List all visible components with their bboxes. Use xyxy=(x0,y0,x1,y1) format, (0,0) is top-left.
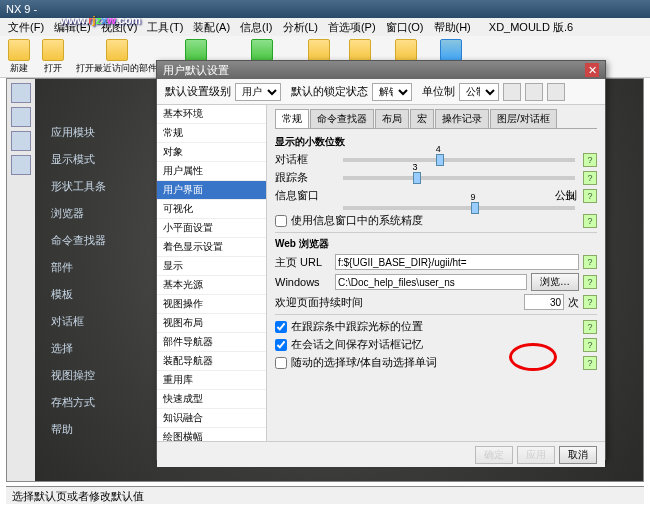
help-icon[interactable]: ? xyxy=(583,189,597,203)
help-icon[interactable]: ? xyxy=(583,171,597,185)
rail-icon[interactable] xyxy=(11,83,31,103)
checkbox[interactable] xyxy=(275,357,287,369)
tree-item[interactable]: 用户属性 xyxy=(157,162,266,181)
lock-select[interactable]: 解锁 xyxy=(372,83,412,101)
ok-button[interactable]: 确定 xyxy=(475,446,513,464)
tree-item[interactable]: 快速成型 xyxy=(157,390,266,409)
sidebar-item[interactable]: 浏览器 xyxy=(47,200,110,227)
dialog-titlebar[interactable]: 用户默认设置 ✕ xyxy=(157,61,605,79)
tree-item[interactable]: 绘图横幅 xyxy=(157,428,266,441)
sidebar-item[interactable]: 对话框 xyxy=(47,308,110,335)
tree-item[interactable]: 可视化 xyxy=(157,200,266,219)
menu-item[interactable]: 工具(T) xyxy=(143,20,187,34)
checkbox-autosel: 随动的选择球/体自动选择单词? xyxy=(275,355,597,370)
tree-item[interactable]: 着色显示设置 xyxy=(157,238,266,257)
menu-item[interactable]: 装配(A) xyxy=(189,20,234,34)
dialog-tree[interactable]: 基本环境常规对象用户属性用户界面可视化小平面设置着色显示设置显示基本光源视图操作… xyxy=(157,105,267,441)
sidebar-item[interactable]: 显示模式 xyxy=(47,146,110,173)
browser-win-row: Windows浏览…? xyxy=(275,273,597,291)
apply-button[interactable]: 应用 xyxy=(517,446,555,464)
tree-item[interactable]: 对象 xyxy=(157,143,266,162)
checkbox[interactable] xyxy=(275,321,287,333)
tab[interactable]: 图层/对话框 xyxy=(490,109,557,128)
tree-item[interactable]: 视图操作 xyxy=(157,295,266,314)
help-icon[interactable]: ? xyxy=(583,356,597,370)
sidebar-item[interactable]: 视图操控 xyxy=(47,362,110,389)
help-icon[interactable]: ? xyxy=(583,275,597,289)
tree-item[interactable]: 视图布局 xyxy=(157,314,266,333)
help-icon[interactable]: ? xyxy=(583,295,597,309)
browse-button[interactable]: 浏览… xyxy=(531,273,579,291)
dialog-footer: 确定 应用 取消 xyxy=(157,441,605,467)
menu-item[interactable]: 窗口(O) xyxy=(382,20,428,34)
tree-item[interactable]: 装配导航器 xyxy=(157,352,266,371)
checkbox[interactable] xyxy=(275,215,287,227)
tree-item[interactable]: 常规 xyxy=(157,124,266,143)
cmd-icon xyxy=(349,39,371,61)
slider[interactable]: 914 xyxy=(343,206,575,210)
windows-path-input[interactable] xyxy=(335,274,527,290)
group-browser: Web 浏览器 xyxy=(275,237,597,251)
sidebar-item[interactable]: 帮助 xyxy=(47,416,110,443)
help-icon[interactable]: ? xyxy=(583,214,597,228)
dialog-body: 基本环境常规对象用户属性用户界面可视化小平面设置着色显示设置显示基本光源视图操作… xyxy=(157,105,605,441)
tree-item[interactable]: 知识融合 xyxy=(157,409,266,428)
tree-item[interactable]: 重用库 xyxy=(157,371,266,390)
menu-item[interactable]: 首选项(P) xyxy=(324,20,380,34)
menu-item[interactable]: XD_MOULD 版.6 xyxy=(485,20,577,34)
help-icon[interactable]: ? xyxy=(583,338,597,352)
tab[interactable]: 常规 xyxy=(275,109,309,128)
sidebar-item[interactable]: 部件 xyxy=(47,254,110,281)
level-select[interactable]: 用户 xyxy=(235,83,281,101)
tree-item[interactable]: 部件导航器 xyxy=(157,333,266,352)
tab[interactable]: 宏 xyxy=(410,109,434,128)
tab[interactable]: 操作记录 xyxy=(435,109,489,128)
tab[interactable]: 布局 xyxy=(375,109,409,128)
status-text: 选择默认页或者修改默认值 xyxy=(12,490,144,502)
tree-item[interactable]: 基本环境 xyxy=(157,105,266,124)
cancel-button[interactable]: 取消 xyxy=(559,446,597,464)
tree-item[interactable]: 用户界面 xyxy=(157,181,266,200)
watermark: www.rjzxw.com xyxy=(60,8,141,29)
tree-item[interactable]: 显示 xyxy=(157,257,266,276)
slider[interactable]: 4 xyxy=(343,158,575,162)
tool-button[interactable] xyxy=(503,83,521,101)
tool-button[interactable] xyxy=(525,83,543,101)
sidebar-item[interactable]: 形状工具条 xyxy=(47,173,110,200)
rail-icon[interactable] xyxy=(11,155,31,175)
checkbox-precision: 使用信息窗口中的系统精度? xyxy=(275,213,597,228)
help-icon[interactable]: ? xyxy=(583,320,597,334)
menu-item[interactable]: 帮助(H) xyxy=(430,20,475,34)
tool-button[interactable] xyxy=(547,83,565,101)
sidebar-item[interactable]: 应用模块 xyxy=(47,119,110,146)
tree-item[interactable]: 小平面设置 xyxy=(157,219,266,238)
menu-item[interactable]: 分析(L) xyxy=(279,20,322,34)
slider[interactable]: 3 xyxy=(343,176,575,180)
help-icon[interactable]: ? xyxy=(583,153,597,167)
sidebar-item[interactable]: 命令查找器 xyxy=(47,227,110,254)
dialog-title: 用户默认设置 xyxy=(163,63,229,78)
home-url-input[interactable] xyxy=(335,254,579,270)
sidebar-item[interactable]: 选择 xyxy=(47,335,110,362)
unit-label: 单位制 xyxy=(422,84,455,99)
close-icon[interactable]: ✕ xyxy=(585,63,599,77)
history-input[interactable] xyxy=(524,294,564,310)
sidebar-item[interactable]: 模板 xyxy=(47,281,110,308)
tb-recent[interactable]: 打开最近访问的部件 xyxy=(72,37,161,77)
tree-item[interactable]: 基本光源 xyxy=(157,276,266,295)
menu-item[interactable]: 信息(I) xyxy=(236,20,276,34)
app-title: NX 9 - xyxy=(6,3,37,15)
decimals-row-info: 信息窗口公制? xyxy=(275,188,597,203)
browser-hist-row: 欢迎页面持续时间次? xyxy=(275,294,597,310)
sidebar-item[interactable]: 存档方式 xyxy=(47,389,110,416)
tab[interactable]: 命令查找器 xyxy=(310,109,374,128)
menu-item[interactable]: 文件(F) xyxy=(4,20,48,34)
find-icon xyxy=(395,39,417,61)
unit-select[interactable]: 公制 xyxy=(459,83,499,101)
tb-open[interactable]: 打开 xyxy=(38,37,68,77)
rail-icon[interactable] xyxy=(11,107,31,127)
rail-icon[interactable] xyxy=(11,131,31,151)
help-icon[interactable]: ? xyxy=(583,255,597,269)
tb-new[interactable]: 新建 xyxy=(4,37,34,77)
checkbox[interactable] xyxy=(275,339,287,351)
